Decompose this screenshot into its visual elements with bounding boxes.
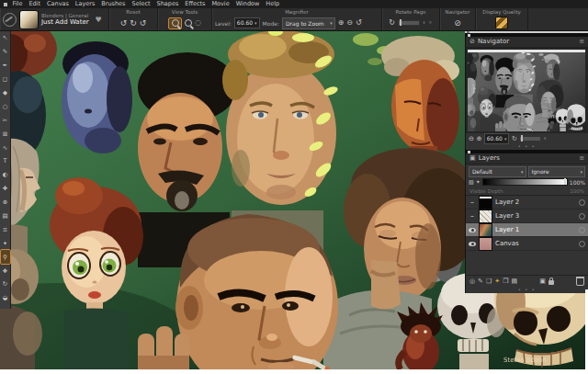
navigator-menu-icon[interactable]: ≡ [579,37,584,47]
nav-zoom-value: 60.60 [487,134,503,143]
layers-panel-grip[interactable]: • • • [466,287,588,293]
duplicate-layer-icon[interactable]: ▤ [511,277,517,286]
pencil-tool[interactable]: ✎ [1,45,10,59]
rotate-page-icon[interactable]: ↻ [389,18,395,28]
zoom-tool-icon[interactable] [185,19,192,27]
layer-name: Canvas [495,237,576,251]
display-quality-icon[interactable] [495,17,508,29]
blend-mode-dropdown[interactable]: Default [469,166,526,177]
navigator-compass-icon[interactable]: ⊘ [454,18,461,28]
zoom-level-field[interactable]: 60.60 ▾ [234,17,260,28]
brush-thumbnail[interactable] [19,10,39,29]
reset-rotation-icon[interactable]: ↻ [130,18,137,28]
zoom-reset-icon[interactable]: ↺ [356,18,362,28]
clone-tool[interactable]: ⊕ [1,196,10,210]
layer-row-layer2[interactable]: ⌣ Layer 2 [466,196,588,210]
zoom-in-icon[interactable]: ⊕ [338,18,345,28]
mode-label: Mode: [263,20,279,27]
oval-shape-tool[interactable]: ○ [1,99,10,113]
scissors-tool[interactable]: ✂ [1,113,10,127]
new-watercolor-layer-icon[interactable]: ✦ [494,277,500,286]
layer-row-canvas[interactable]: Canvas [466,237,588,251]
layer-attribute-icon[interactable] [579,227,585,233]
navigator-preview[interactable] [466,48,588,133]
layer-row-layer3[interactable]: ⌣ Layer 3 [466,210,588,223]
navigator-thumbnail[interactable] [468,52,585,131]
depth-mode-dropdown[interactable]: Ignore [528,166,586,177]
layer-command-icon[interactable]: ◎ [469,277,475,286]
reset-brush-icon[interactable]: ↺ [120,18,128,28]
add-point-tool[interactable]: ✚ [1,182,10,196]
transform-tool[interactable]: ↖ [1,31,10,45]
menu-canvas[interactable]: Canvas [43,0,72,8]
menu-layers[interactable]: Layers [72,0,98,8]
rect-shape-tool[interactable]: ◻ [1,73,10,86]
shape-tool[interactable]: ◆ [1,86,10,100]
layer-row-layer1-selected[interactable]: Layer 1 [466,223,588,237]
rotate-page-tool[interactable]: ↻ [1,278,10,291]
menu-edit[interactable]: Edit [26,0,44,8]
menu-brushes[interactable]: Brushes [98,0,129,8]
nav-zoom-in-icon[interactable]: ⊕ [476,134,481,143]
layers-menu-icon[interactable]: ≡ [579,153,584,164]
zoom-mode-dropdown[interactable]: Drag to Zoom [282,17,335,29]
nav-zoom-field[interactable]: 60.60 ▾ [484,133,510,144]
rotation-angle-slider[interactable] [398,20,420,26]
opacity-slider[interactable] [482,178,568,186]
opacity-left-icon[interactable]: ▧ [469,177,474,187]
text-tool[interactable]: T [1,154,10,168]
visibility-on-icon[interactable] [469,242,476,246]
layers-dock-strip[interactable] [465,150,588,153]
nav-rotation-slider[interactable] [519,136,541,142]
perspective-tool[interactable]: ◒ [1,291,10,305]
menu-help[interactable]: Help [263,0,283,8]
magnifier-tool-selected[interactable]: ⚲ [1,250,10,264]
nav-zoom-out-icon[interactable]: ⊖ [469,134,474,143]
reset-group: Reset ↺ ↻ ↺ [109,8,158,30]
layer-attribute-icon[interactable] [579,213,585,220]
opacity-right-icon[interactable]: ✦ [476,177,481,187]
layer-name: Layer 3 [495,210,576,223]
gradient-tool[interactable]: ◐ [1,168,10,182]
reset-all-icon[interactable]: ↺ [140,18,147,28]
visibility-off-icon[interactable]: ⌣ [469,213,476,219]
delete-layer-icon[interactable] [576,277,584,286]
zoom-out-icon[interactable]: ⊖ [346,18,353,28]
navigator-dock-strip[interactable] [465,33,588,37]
menu-movie[interactable]: Movie [209,0,232,8]
menu-bar: File Edit Canvas Layers Brushes Select S… [0,0,588,8]
brush-selector[interactable]: Blenders | General Just Add Water ♥ [0,8,109,30]
layer-attribute-icon[interactable] [579,199,585,206]
new-liquid-ink-layer-icon[interactable]: ❒ [503,277,508,286]
new-group-icon[interactable]: ❑ [486,277,492,286]
rotate-view-icon[interactable]: ◌ [195,18,201,28]
magnifier-tool-button-selected[interactable] [168,17,182,29]
visibility-off-icon[interactable]: ⌣ [469,199,476,205]
new-layer-icon[interactable]: ▣ [539,277,546,286]
opacity-value: 100% [570,179,585,186]
brush-name-label: Just Add Water [41,18,89,26]
visibility-on-icon[interactable] [469,228,476,232]
chevron-down-icon[interactable]: ▾ [254,18,257,28]
menu-effects[interactable]: Effects [182,0,209,8]
lasso-tool[interactable]: ∿ [1,141,10,154]
nav-rotate-icon[interactable]: ↻ [512,134,517,143]
menu-shapes[interactable]: Shapes [153,0,182,8]
pen-tool[interactable]: ✒ [1,59,10,73]
layer-attribute-icon[interactable] [579,241,585,247]
dynamic-plugins-icon[interactable]: ✎ [478,277,483,286]
chevron-down-icon[interactable]: ▾ [504,134,507,143]
pattern-tool[interactable]: ▤ [1,210,10,223]
grabber-tool[interactable]: ❖ [1,264,10,278]
star-tool[interactable]: ✦ [1,236,10,250]
menu-select[interactable]: Select [129,0,153,8]
lock-layer-icon[interactable] [548,280,554,285]
menu-window[interactable]: Window [232,0,263,8]
navigator-group: Navigator ⊘ [440,8,476,30]
menu-file[interactable]: File [9,0,26,8]
favorite-heart-icon[interactable]: ♥ [96,16,102,24]
rotate-page-label: Rotate Page [385,8,436,16]
rotate-reset-icon[interactable]: ◦ [428,18,433,28]
crop-tool[interactable]: ⊞ [1,127,10,141]
brush-ghost-icon[interactable] [3,13,17,27]
